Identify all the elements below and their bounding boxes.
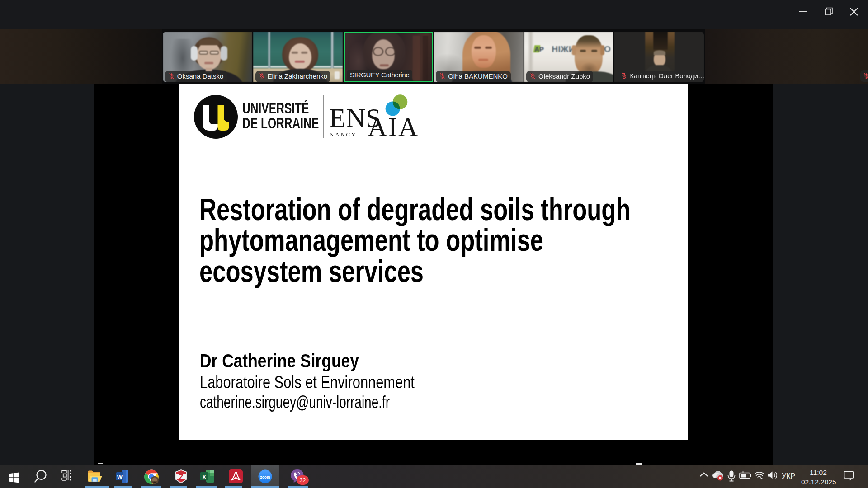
svg-text:X: X bbox=[202, 474, 206, 480]
svg-text:W: W bbox=[117, 474, 123, 480]
svg-text:32: 32 bbox=[300, 477, 306, 483]
svg-text:zoom: zoom bbox=[260, 475, 270, 479]
svg-text:Z: Z bbox=[179, 473, 183, 482]
